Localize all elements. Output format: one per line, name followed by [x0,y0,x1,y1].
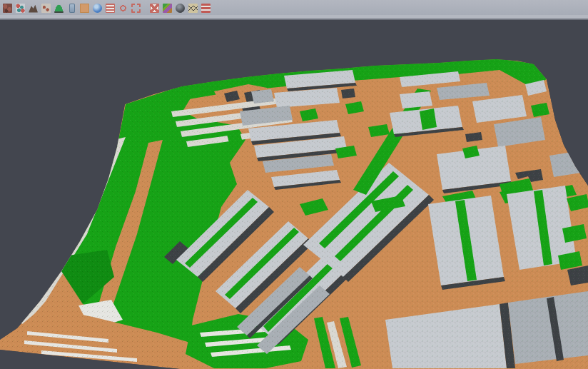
toolbar-button-checker-cross[interactable] [148,2,161,14]
globe-view-icon [93,4,102,13]
checker-cross-icon [150,4,159,13]
toolbar-button-terrain-hill[interactable] [27,2,39,14]
point-noise-overlay [0,59,588,369]
toolbar-button-tan-x-marks[interactable] [187,2,199,14]
viewport-3d[interactable] [0,20,588,369]
main-toolbar [0,0,588,15]
toolbar-button-layer-stripes[interactable] [104,2,116,14]
ortho-surface-icon [80,4,89,13]
terrain-hill-icon [29,4,38,13]
toolbar-button-red-bars[interactable] [200,2,212,14]
fit-extent-brackets-icon [131,4,141,13]
toolbar-button-classification-raster[interactable] [161,2,173,14]
toolbar-button-dark-sphere-render[interactable] [174,2,186,14]
red-bars-icon [201,4,211,13]
toolbar-button-scatter-points[interactable] [14,2,26,14]
layer-stripes-icon [106,4,115,13]
point-cloud-render [0,20,588,369]
toolbar-button-profile-column[interactable] [66,2,78,14]
profile-column-icon [69,4,75,13]
tan-x-marks-icon [188,4,198,13]
vegetation-mound-icon [54,4,64,13]
classified-cloud-icon [3,4,12,13]
application-window [0,0,588,369]
toolbar-button-classified-cloud[interactable] [1,2,14,14]
ground-point-dots-icon [41,4,51,13]
toolbar-button-globe-view[interactable] [91,2,103,14]
classification-raster-icon [163,4,172,13]
toolbar-button-ortho-surface[interactable] [78,2,91,14]
scatter-points-icon [16,4,25,13]
toolbar-button-target-ring[interactable] [117,2,129,14]
target-ring-icon [118,4,128,13]
point-cloud-group [0,59,588,369]
toolbar-button-ground-point-dots[interactable] [40,2,52,14]
toolbar-button-vegetation-mound[interactable] [53,2,65,14]
toolbar-lower-strip [0,15,588,20]
dark-sphere-render-icon [176,4,185,13]
toolbar-button-fit-extent-brackets[interactable] [130,2,142,14]
